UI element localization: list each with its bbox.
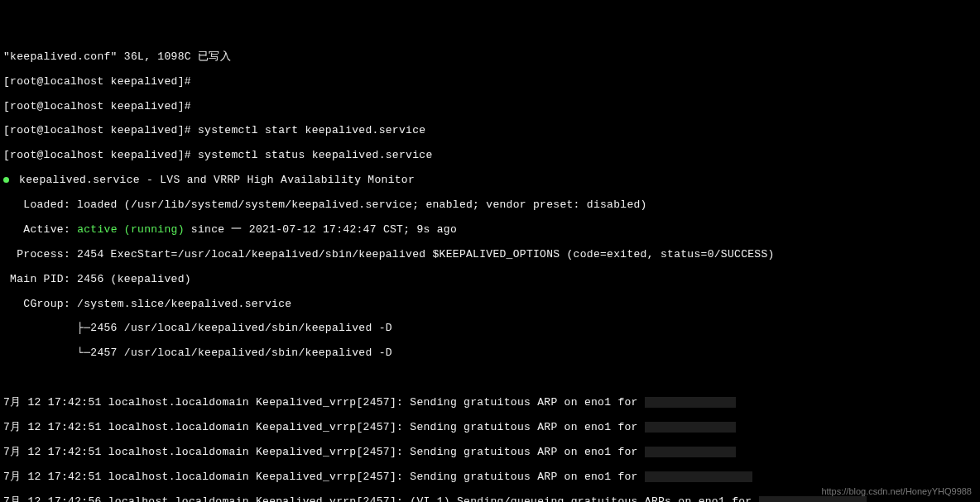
redacted-ip [645, 397, 736, 408]
log-line: 7月 12 17:42:51 localhost.localdomain Kee… [3, 471, 977, 484]
status-cgroup-child: └─2457 /usr/local/keepalived/sbin/keepal… [3, 347, 977, 360]
status-loaded: Loaded: loaded (/usr/lib/systemd/system/… [3, 199, 977, 212]
log-text: 7月 12 17:42:51 localhost.localdomain Kee… [3, 396, 645, 409]
shell-prompt[interactable]: [root@localhost keepalived]# [3, 76, 977, 88]
log-text: 7月 12 17:42:51 localhost.localdomain Kee… [3, 471, 645, 483]
vim-write-message: "keepalived.conf" 36L, 1098C 已写入 [3, 51, 977, 64]
watermark-text: https://blog.csdn.net/HoneyYHQ9988 [821, 486, 972, 497]
log-line: 7月 12 17:42:51 localhost.localdomain Kee… [3, 422, 977, 434]
log-line: 7月 12 17:42:51 localhost.localdomain Kee… [3, 397, 977, 409]
log-line: 7月 12 17:42:51 localhost.localdomain Kee… [3, 447, 977, 459]
status-dot-icon [3, 177, 9, 183]
status-active-prefix: Active: [3, 223, 77, 236]
status-cgroup: CGroup: /system.slice/keepalived.service [3, 299, 977, 311]
shell-prompt[interactable]: [root@localhost keepalived]# [3, 101, 977, 113]
status-active-since: since 一 2021-07-12 17:42:47 CST; 9s ago [185, 223, 457, 236]
systemctl-status-cmd[interactable]: [root@localhost keepalived]# systemctl s… [3, 150, 977, 162]
status-process: Process: 2454 ExecStart=/usr/local/keepa… [3, 249, 977, 261]
status-active: Active: active (running) since 一 2021-07… [3, 224, 977, 237]
status-service-line: keepalived.service - LVS and VRRP High A… [3, 175, 977, 187]
redacted-ip [645, 447, 736, 457]
status-active-running: active (running) [77, 223, 185, 236]
log-text: 7月 12 17:42:51 localhost.localdomain Kee… [3, 421, 645, 433]
status-main-pid: Main PID: 2456 (keepalived) [3, 274, 977, 286]
status-cgroup-child: ├─2456 /usr/local/keepalived/sbin/keepal… [3, 323, 977, 335]
log-text: 7月 12 17:42:56 localhost.localdomain Kee… [3, 495, 759, 503]
blank-line [3, 372, 977, 385]
redacted-ip [645, 422, 736, 433]
status-service-text: keepalived.service - LVS and VRRP High A… [12, 174, 415, 186]
log-text: 7月 12 17:42:51 localhost.localdomain Kee… [3, 446, 645, 458]
redacted-ip [645, 471, 752, 482]
systemctl-start-cmd[interactable]: [root@localhost keepalived]# systemctl s… [3, 125, 977, 137]
